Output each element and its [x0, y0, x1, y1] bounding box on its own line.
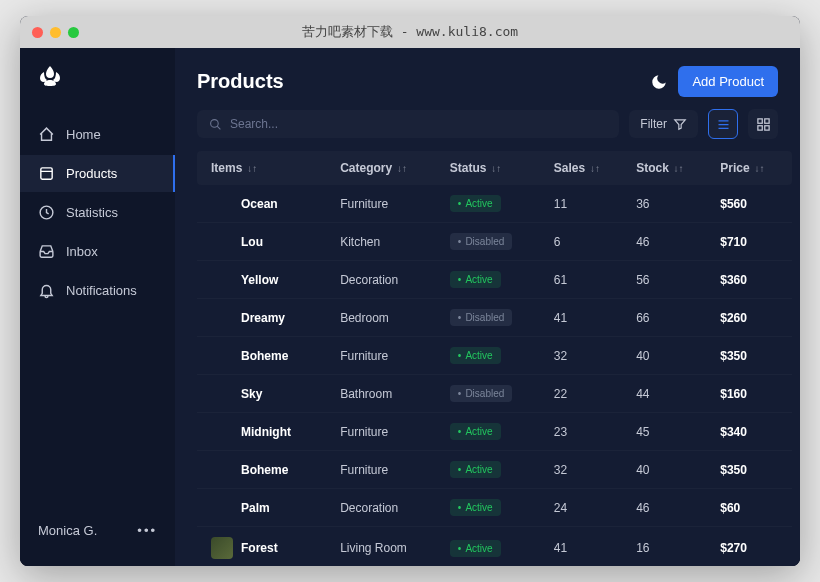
table-header: Items ↓↑Category ↓↑Status ↓↑Sales ↓↑Stoc… — [197, 151, 792, 185]
sort-icon: ↓↑ — [244, 163, 257, 174]
column-header[interactable]: Category ↓↑ — [332, 151, 442, 185]
main-content: Products Add Product Filter — [175, 48, 800, 566]
column-header[interactable]: Items ↓↑ — [197, 151, 332, 185]
price-cell: $710 — [712, 223, 792, 261]
product-thumb — [211, 537, 233, 559]
column-header[interactable]: Price ↓↑ — [712, 151, 792, 185]
user-name: Monica G. — [38, 523, 97, 538]
price-cell: $350 — [712, 337, 792, 375]
table-body: OceanFurnitureActive1136$560LouKitchenDi… — [197, 185, 792, 566]
search-icon — [209, 118, 222, 131]
toolbar: Filter — [175, 109, 800, 151]
list-view-button[interactable] — [708, 109, 738, 139]
item-cell: Palm — [211, 501, 324, 515]
table-row[interactable]: BohemeFurnitureActive3240$350 — [197, 451, 792, 489]
search-input[interactable] — [230, 117, 607, 131]
table-row[interactable]: BohemeFurnitureActive3240$350 — [197, 337, 792, 375]
sidebar-item-statistics[interactable]: Statistics — [20, 194, 175, 231]
product-name: Lou — [241, 235, 263, 249]
product-name: Forest — [241, 541, 278, 555]
sidebar-item-home[interactable]: Home — [20, 116, 175, 153]
table-row[interactable]: YellowDecorationActive6156$360 — [197, 261, 792, 299]
category-cell: Bathroom — [332, 375, 442, 413]
stock-cell: 40 — [628, 451, 712, 489]
category-cell: Furniture — [332, 337, 442, 375]
user-menu-button[interactable]: ••• — [137, 523, 157, 538]
search-box[interactable] — [197, 110, 619, 138]
status-badge: Active — [450, 461, 501, 478]
column-header[interactable]: Sales ↓↑ — [546, 151, 628, 185]
status-badge: Disabled — [450, 385, 512, 402]
sidebar-item-inbox[interactable]: Inbox — [20, 233, 175, 270]
table-row[interactable]: SkyBathroomDisabled2244$160 — [197, 375, 792, 413]
item-cell: Sky — [211, 387, 324, 401]
sidebar-item-label: Products — [66, 166, 117, 181]
status-badge: Active — [450, 347, 501, 364]
category-cell: Decoration — [332, 261, 442, 299]
table-row[interactable]: LouKitchenDisabled646$710 — [197, 223, 792, 261]
table-row[interactable]: DreamyBedroomDisabled4166$260 — [197, 299, 792, 337]
sidebar-item-label: Inbox — [66, 244, 98, 259]
price-cell: $160 — [712, 375, 792, 413]
add-product-button[interactable]: Add Product — [678, 66, 778, 97]
sidebar-item-products[interactable]: Products — [20, 155, 175, 192]
filter-button[interactable]: Filter — [629, 110, 698, 138]
stock-cell: 16 — [628, 527, 712, 567]
table-container[interactable]: Items ↓↑Category ↓↑Status ↓↑Sales ↓↑Stoc… — [175, 151, 800, 566]
list-icon — [716, 117, 731, 132]
minimize-dot[interactable] — [50, 27, 61, 38]
svg-rect-3 — [757, 118, 761, 122]
sales-cell: 22 — [546, 375, 628, 413]
table-row[interactable]: ForestLiving RoomActive4116$270 — [197, 527, 792, 567]
price-cell: $60 — [712, 489, 792, 527]
product-name: Dreamy — [241, 311, 285, 325]
item-cell: Boheme — [211, 349, 324, 363]
close-dot[interactable] — [32, 27, 43, 38]
grid-view-button[interactable] — [748, 109, 778, 139]
logo — [20, 64, 175, 116]
item-cell: Lou — [211, 235, 324, 249]
sales-cell: 41 — [546, 299, 628, 337]
sort-icon: ↓↑ — [752, 163, 765, 174]
home-icon — [38, 126, 55, 143]
filter-icon — [673, 117, 687, 131]
item-cell: Ocean — [211, 197, 324, 211]
filter-label: Filter — [640, 117, 667, 131]
category-cell: Furniture — [332, 185, 442, 223]
table-row[interactable]: MidnightFurnitureActive2345$340 — [197, 413, 792, 451]
price-cell: $340 — [712, 413, 792, 451]
item-cell: Midnight — [211, 425, 324, 439]
sidebar-item-label: Statistics — [66, 205, 118, 220]
sidebar-item-label: Notifications — [66, 283, 137, 298]
product-name: Sky — [241, 387, 262, 401]
sales-cell: 11 — [546, 185, 628, 223]
dark-mode-toggle[interactable] — [650, 73, 668, 91]
status-badge: Disabled — [450, 309, 512, 326]
stock-cell: 56 — [628, 261, 712, 299]
table-row[interactable]: PalmDecorationActive2446$60 — [197, 489, 792, 527]
svg-rect-5 — [757, 125, 761, 129]
item-cell: Dreamy — [211, 311, 324, 325]
inbox-icon — [38, 243, 55, 260]
bell-icon — [38, 282, 55, 299]
status-badge: Active — [450, 499, 501, 516]
maximize-dot[interactable] — [68, 27, 79, 38]
sidebar-item-notifications[interactable]: Notifications — [20, 272, 175, 309]
sales-cell: 23 — [546, 413, 628, 451]
page-title: Products — [197, 70, 284, 93]
stock-cell: 44 — [628, 375, 712, 413]
status-badge: Active — [450, 423, 501, 440]
column-header[interactable]: Stock ↓↑ — [628, 151, 712, 185]
sales-cell: 32 — [546, 337, 628, 375]
status-badge: Active — [450, 271, 501, 288]
sales-cell: 32 — [546, 451, 628, 489]
header-actions: Add Product — [650, 66, 778, 97]
sort-icon: ↓↑ — [394, 163, 407, 174]
price-cell: $350 — [712, 451, 792, 489]
stock-cell: 46 — [628, 223, 712, 261]
sort-icon: ↓↑ — [587, 163, 600, 174]
table-row[interactable]: OceanFurnitureActive1136$560 — [197, 185, 792, 223]
price-cell: $260 — [712, 299, 792, 337]
status-badge: Active — [450, 195, 501, 212]
column-header[interactable]: Status ↓↑ — [442, 151, 546, 185]
